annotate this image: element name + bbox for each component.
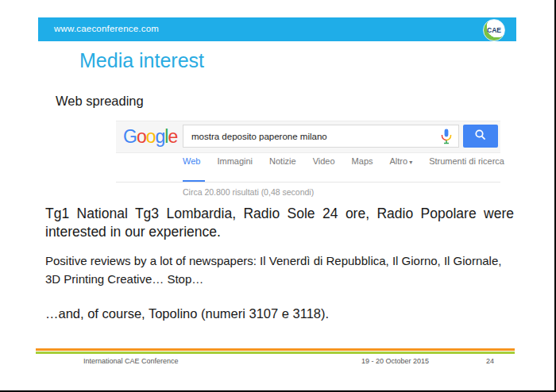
results-stats: Circa 20.800 risultati (0,48 secondi) — [183, 187, 314, 197]
tab-altro[interactable]: Altro▾ — [390, 156, 413, 166]
google-logo: Google — [123, 126, 177, 148]
tab-maps[interactable]: Maps — [352, 156, 373, 166]
page-title: Media interest — [79, 49, 204, 72]
tab-strumenti[interactable]: Strumenti di ricerca — [429, 156, 504, 166]
footer-page-number: 24 — [486, 357, 494, 365]
search-icon — [474, 129, 487, 144]
google-logo-letter: e — [168, 126, 177, 147]
search-button[interactable] — [463, 125, 498, 148]
subtitle: Web spreading — [56, 94, 144, 109]
paragraph-topolino: …and, of course, Topolino (numeri 3107 e… — [45, 306, 514, 321]
google-search-screenshot: Google Web Immagini Notizie — [107, 119, 502, 202]
google-logo-letter: G — [123, 126, 137, 147]
google-logo-letter: o — [146, 126, 156, 147]
tab-immagini[interactable]: Immagini — [217, 156, 253, 166]
paragraph-newspapers: Positive reviews by a lot of newspapers:… — [45, 252, 514, 288]
footer-rule-orange — [36, 348, 515, 351]
google-logo-letter: o — [137, 126, 146, 147]
conference-url[interactable]: www.caeconference.com — [54, 24, 159, 33]
tab-notizie[interactable]: Notizie — [269, 156, 296, 166]
cae-logo: CAE — [483, 19, 505, 41]
chevron-down-icon: ▾ — [409, 159, 412, 166]
footer-date: 19 - 20 October 2015 — [361, 357, 429, 365]
footer-conference-name: International CAE Conference — [83, 357, 179, 365]
microphone-icon[interactable] — [441, 129, 452, 144]
search-input[interactable] — [183, 125, 459, 148]
google-logo-letter: g — [155, 126, 164, 147]
slide: www.caeconference.com CAE Media interest… — [0, 0, 556, 392]
footer-rule-green — [36, 352, 515, 354]
paragraph-media: Tg1 National Tg3 Lombardia, Radio Sole 2… — [45, 205, 514, 241]
tab-web[interactable]: Web — [183, 156, 200, 166]
tabs-divider — [116, 182, 500, 183]
google-tab-bar: Web Immagini Notizie Video Maps Altro▾ S… — [183, 156, 504, 166]
header-bar: www.caeconference.com CAE — [38, 17, 516, 41]
tab-video[interactable]: Video — [313, 156, 335, 166]
cae-logo-text: CAE — [487, 27, 501, 34]
